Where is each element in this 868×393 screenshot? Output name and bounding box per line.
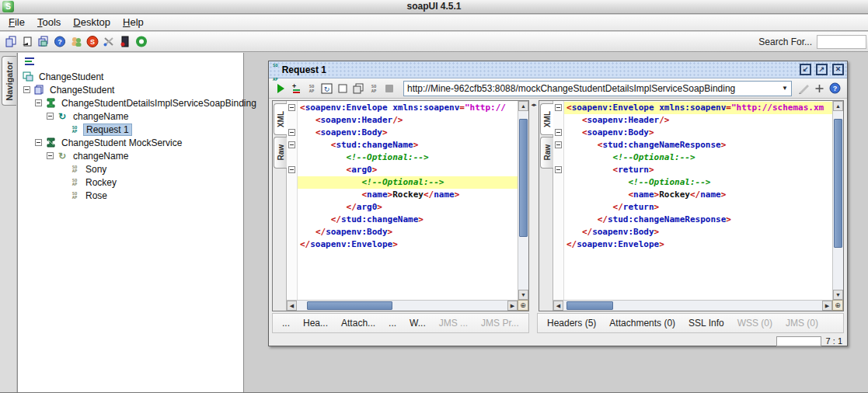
clone-request-icon[interactable] bbox=[350, 82, 365, 96]
request-tab-raw[interactable]: Raw bbox=[274, 137, 287, 169]
add-to-testcase-icon[interactable]: + bbox=[288, 82, 303, 96]
cancel-request-icon[interactable] bbox=[382, 82, 396, 96]
fold-collapse-icon[interactable] bbox=[555, 166, 562, 173]
fold-collapse-icon[interactable] bbox=[555, 129, 562, 136]
tree-options-icon[interactable] bbox=[24, 57, 35, 66]
preferences-tools-icon[interactable] bbox=[101, 35, 117, 49]
scroll-thumb[interactable] bbox=[834, 119, 842, 248]
collapse-handle-icon[interactable] bbox=[47, 113, 54, 120]
request-tab-w-[interactable]: W... bbox=[410, 318, 426, 329]
tree-item-rose[interactable]: SOAPRose bbox=[18, 189, 243, 202]
svg-text:?: ? bbox=[58, 38, 62, 46]
recreate-request-icon[interactable]: ↻ bbox=[319, 82, 334, 96]
float-icon[interactable]: ↗ bbox=[816, 64, 828, 75]
fold-collapse-icon[interactable] bbox=[288, 166, 295, 173]
collapse-handle-icon[interactable] bbox=[35, 99, 42, 106]
response-tab-raw[interactable]: Raw bbox=[540, 137, 553, 169]
fold-collapse-icon[interactable] bbox=[555, 141, 562, 148]
edit-endpoint-icon[interactable] bbox=[797, 82, 811, 96]
request-tab-attach-[interactable]: Attach... bbox=[341, 318, 375, 329]
menu-file[interactable]: File bbox=[5, 16, 33, 30]
splitter-collapse-left-icon[interactable]: ◂▸ bbox=[531, 102, 536, 107]
applet-icon[interactable] bbox=[117, 35, 133, 49]
request-window: SOAP Request 1 ↙ ↗ ✕ +SOAP↻SOAP http://M… bbox=[268, 61, 848, 346]
chevron-down-icon[interactable]: ▼ bbox=[779, 85, 791, 92]
soapui-web-icon[interactable]: S bbox=[85, 35, 100, 49]
scroll-left-icon[interactable]: ◀ bbox=[287, 301, 297, 311]
tree-item-rockey[interactable]: SOAPRockey bbox=[18, 176, 243, 189]
scroll-down-icon[interactable]: ▼ bbox=[518, 290, 528, 300]
navigator-tab[interactable]: Navigator bbox=[2, 56, 16, 106]
response-tab-headers-5-[interactable]: Headers (5) bbox=[547, 318, 596, 329]
scroll-thumb[interactable] bbox=[307, 301, 392, 310]
request-xml-editor[interactable]: <soapenv:Envelope xmlns:soapenv="http://… bbox=[298, 101, 518, 300]
request-horizontal-scrollbar[interactable]: ◀▶⊕ bbox=[287, 300, 528, 311]
magnifier-icon[interactable]: ⊕ bbox=[832, 300, 843, 311]
scroll-left-icon[interactable]: ◀ bbox=[553, 301, 563, 311]
save-all-icon[interactable] bbox=[36, 35, 51, 49]
soapui-application: S soapUI 4.5.1 FileToolsDesktopHelp ?S S… bbox=[0, 0, 868, 393]
create-empty-icon[interactable] bbox=[335, 82, 350, 96]
tab-label: Raw bbox=[277, 141, 285, 164]
menu-desktop[interactable]: Desktop bbox=[69, 16, 119, 30]
response-vertical-scrollbar[interactable]: ▲▼ bbox=[832, 101, 843, 300]
scroll-up-icon[interactable]: ▲ bbox=[518, 101, 528, 111]
tree-item-changename[interactable]: ↻changeName bbox=[18, 110, 243, 123]
endpoint-url: http://Mine-962cfb53:8088/mockChangeStud… bbox=[404, 83, 779, 94]
new-workspace-icon[interactable] bbox=[3, 35, 19, 49]
search-input[interactable] bbox=[817, 35, 866, 49]
response-horizontal-scrollbar[interactable]: ◀▶⊕ bbox=[553, 300, 843, 311]
tree-item-request-1[interactable]: SOAPRequest 1 bbox=[18, 123, 243, 136]
mockservice-icon bbox=[45, 137, 56, 148]
scroll-thumb[interactable] bbox=[519, 119, 528, 237]
menu-help[interactable]: Help bbox=[119, 16, 152, 30]
fold-collapse-icon[interactable] bbox=[288, 129, 295, 136]
ohloh-icon[interactable] bbox=[134, 35, 149, 49]
forum-help-icon[interactable]: ? bbox=[52, 35, 68, 49]
import-workspace-icon[interactable] bbox=[19, 35, 35, 49]
response-xml-editor[interactable]: <soapenv:Envelope xmlns:soapenv="http://… bbox=[564, 101, 832, 300]
status-field[interactable] bbox=[776, 336, 821, 346]
soap-icon[interactable]: SOAP bbox=[304, 82, 319, 96]
fold-collapse-icon[interactable] bbox=[288, 141, 295, 148]
collapse-handle-icon[interactable] bbox=[47, 152, 54, 159]
add-endpoint-icon[interactable] bbox=[812, 82, 827, 96]
close-icon[interactable]: ✕ bbox=[832, 64, 844, 75]
menu-tools[interactable]: Tools bbox=[33, 16, 69, 30]
tree-item-sony[interactable]: SOAPSony bbox=[18, 162, 243, 176]
tree-item-changestudent[interactable]: ChangeStudent bbox=[18, 83, 243, 96]
request-vertical-scrollbar[interactable]: ▲▼ bbox=[518, 101, 528, 300]
request-tab--[interactable]: ... bbox=[282, 318, 290, 329]
scroll-up-icon[interactable]: ▲ bbox=[833, 101, 843, 111]
interface-icon bbox=[45, 98, 56, 108]
community-users-icon[interactable] bbox=[68, 35, 84, 49]
panel-splitter[interactable]: ◂▸ bbox=[529, 100, 539, 311]
magnifier-icon[interactable]: ⊕ bbox=[518, 300, 528, 311]
response-tab-xml[interactable]: XML bbox=[540, 103, 553, 135]
fold-collapse-icon[interactable] bbox=[555, 104, 562, 111]
help-icon[interactable]: ? bbox=[828, 82, 842, 96]
tree-item-changestudent[interactable]: ChangeStudent bbox=[18, 70, 243, 83]
request-tab-hea-[interactable]: Hea... bbox=[303, 318, 328, 329]
scroll-down-icon[interactable]: ▼ bbox=[833, 290, 843, 300]
scroll-thumb[interactable] bbox=[566, 301, 613, 310]
request-tab-xml[interactable]: XML bbox=[274, 103, 287, 135]
request-tab--[interactable]: ... bbox=[389, 318, 396, 329]
fold-collapse-icon[interactable] bbox=[288, 104, 295, 111]
collapse-handle-icon[interactable] bbox=[23, 86, 30, 93]
response-tab-attachments-0-[interactable]: Attachments (0) bbox=[609, 318, 675, 329]
scroll-right-icon[interactable]: ▶ bbox=[507, 301, 518, 311]
unfloat-icon[interactable]: ↙ bbox=[800, 64, 811, 75]
response-tab-ssl-info[interactable]: SSL Info bbox=[688, 318, 724, 329]
tree-item-changestudent-mockservice[interactable]: ChangeStudent MockService bbox=[18, 136, 243, 149]
soap-icon[interactable]: SOAP bbox=[366, 82, 381, 96]
response-xml-line: <soapenv:Envelope xmlns:soapenv="http://… bbox=[564, 102, 832, 114]
main-area: Navigator ChangeStudentChangeStudentChan… bbox=[0, 53, 868, 393]
scroll-right-icon[interactable]: ▶ bbox=[822, 301, 832, 311]
collapse-handle-icon[interactable] bbox=[35, 139, 42, 146]
tree-item-changename[interactable]: ↻changeName bbox=[18, 149, 243, 162]
navigator-header bbox=[18, 53, 243, 70]
endpoint-combobox[interactable]: http://Mine-962cfb53:8088/mockChangeStud… bbox=[403, 81, 792, 96]
tree-item-changestudentdetailsimplservicesoapbinding[interactable]: ChangeStudentDetailsImplServiceSoapBindi… bbox=[18, 96, 243, 110]
request-window-titlebar[interactable]: SOAP Request 1 ↙ ↗ ✕ bbox=[269, 61, 847, 78]
